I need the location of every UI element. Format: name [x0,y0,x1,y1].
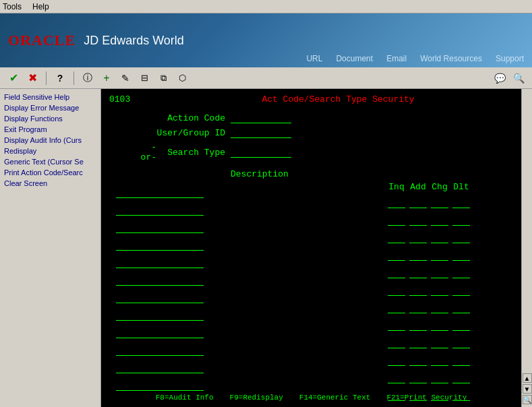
desc-row-5[interactable] [116,252,204,268]
chg-row-7[interactable] [431,297,448,313]
chg-row-1[interactable] [431,192,448,208]
inq-row-13[interactable] [388,402,405,407]
dlt-row-4[interactable] [452,245,470,261]
add-row-8[interactable] [409,315,427,331]
inq-row-11[interactable] [388,367,405,383]
nav-document[interactable]: Document [336,54,373,63]
sidebar-item-exit-program[interactable]: Exit Program [0,124,100,135]
add-row-2[interactable] [409,210,427,226]
scroll-up-button[interactable]: ▲ [523,373,532,383]
desc-row-12[interactable] [116,375,204,391]
desc-row-3[interactable] [116,217,204,233]
nav-url[interactable]: URL [306,54,322,63]
inq-row-3[interactable] [388,227,405,243]
fkey-f8[interactable]: F8=Audit Info [156,394,214,402]
inq-row-9[interactable] [388,332,405,348]
inq-row-5[interactable] [388,262,405,278]
dlt-row-8[interactable] [452,315,470,331]
desc-row-7[interactable] [116,287,204,303]
desc-row-4[interactable] [116,234,204,251]
copy-button[interactable]: ⧉ [155,70,171,86]
chat-button[interactable]: 💬 [492,70,508,86]
cancel-button[interactable]: ✖ [24,70,40,86]
dlt-row-2[interactable] [452,210,470,226]
dlt-row-13[interactable] [452,402,470,407]
add-row-7[interactable] [409,297,427,313]
desc-row-2[interactable] [116,199,204,216]
sidebar-item-generic-text[interactable]: Generic Text (Cursor Se [0,156,100,167]
add-row-5[interactable] [409,262,427,278]
desc-row-9[interactable] [116,322,204,338]
search-type-label: Search Type [160,148,231,158]
nav-world-resources[interactable]: World Resources [420,54,482,63]
add-row-9[interactable] [409,332,427,348]
right-cols: Inq Add [386,182,472,407]
dlt-row-1[interactable] [452,192,470,208]
sidebar-item-field-sensitive-help[interactable]: Field Sensitive Help [0,92,100,102]
inq-row-4[interactable] [388,245,405,261]
help-button[interactable]: ? [52,70,68,86]
fkey-f21[interactable]: F21=Print Security [386,394,467,402]
dlt-row-3[interactable] [452,227,470,243]
dlt-row-6[interactable] [452,280,470,296]
sidebar-item-display-functions[interactable]: Display Functions [0,113,100,124]
desc-row-8[interactable] [116,305,204,321]
add-row-4[interactable] [409,245,427,261]
inq-row-2[interactable] [388,210,405,226]
chg-row-6[interactable] [431,280,448,296]
chg-row-10[interactable] [431,350,448,366]
sidebar-item-redisplay[interactable]: Redisplay [0,146,100,156]
add-row-1[interactable] [409,192,427,208]
dlt-row-7[interactable] [452,297,470,313]
nav-email[interactable]: Email [386,54,407,63]
search-type-input[interactable] [231,147,291,158]
edit-button[interactable]: ✎ [117,70,134,86]
fkey-f14[interactable]: F14=Generic Text [299,394,371,402]
dlt-row-10[interactable] [452,350,470,366]
menu-help[interactable]: Help [32,2,49,11]
dlt-row-9[interactable] [452,332,470,348]
add-button[interactable]: + [98,70,115,86]
inq-row-7[interactable] [388,297,405,313]
add-row-6[interactable] [409,280,427,296]
dlt-row-11[interactable] [452,367,470,383]
dlt-row-5[interactable] [452,262,470,278]
sidebar-item-display-audit-info[interactable]: Display Audit Info (Curs [0,135,100,146]
scroll-down-button[interactable]: ▼ [523,384,532,394]
scroll-zoom-button[interactable]: 🔍 [523,395,532,404]
desc-row-6[interactable] [116,270,204,286]
user-group-input[interactable] [231,127,291,138]
inq-row-1[interactable] [388,192,405,208]
sidebar-item-print-action-code[interactable]: Print Action Code/Searc [0,167,100,178]
delete-button[interactable]: ⊟ [136,70,152,86]
chg-row-11[interactable] [431,367,448,383]
add-row-11[interactable] [409,367,427,383]
desc-row-11[interactable] [116,357,204,373]
add-row-3[interactable] [409,227,427,243]
action-code-input[interactable] [231,113,291,123]
fkey-f9[interactable]: F9=Redisplay [230,394,283,402]
add-row-10[interactable] [409,350,427,366]
inq-row-10[interactable] [388,350,405,366]
chg-row-2[interactable] [431,210,448,226]
info-button[interactable]: ⓘ [80,70,96,86]
add-row-13[interactable] [409,402,427,407]
inq-row-8[interactable] [388,315,405,331]
chg-row-9[interactable] [431,332,448,348]
sidebar-item-clear-screen[interactable]: Clear Screen [0,178,100,189]
chg-row-13[interactable] [431,402,448,407]
search-button[interactable]: 🔍 [510,70,527,86]
chg-row-5[interactable] [431,262,448,278]
sidebar-item-display-error-message[interactable]: Display Error Message [0,102,100,113]
chg-row-8[interactable] [431,315,448,331]
chg-row-3[interactable] [431,227,448,243]
menu-tools[interactable]: Tools [3,2,22,11]
desc-row-1[interactable] [116,182,204,198]
ok-button[interactable]: ✔ [5,70,22,86]
inq-row-6[interactable] [388,280,405,296]
paste-icon[interactable]: ⬡ [174,70,190,86]
nav-support[interactable]: Support [496,54,524,63]
oracle-logo: ORACLE JD Edwards World [8,32,184,49]
chg-row-4[interactable] [431,245,448,261]
desc-row-10[interactable] [116,340,204,356]
